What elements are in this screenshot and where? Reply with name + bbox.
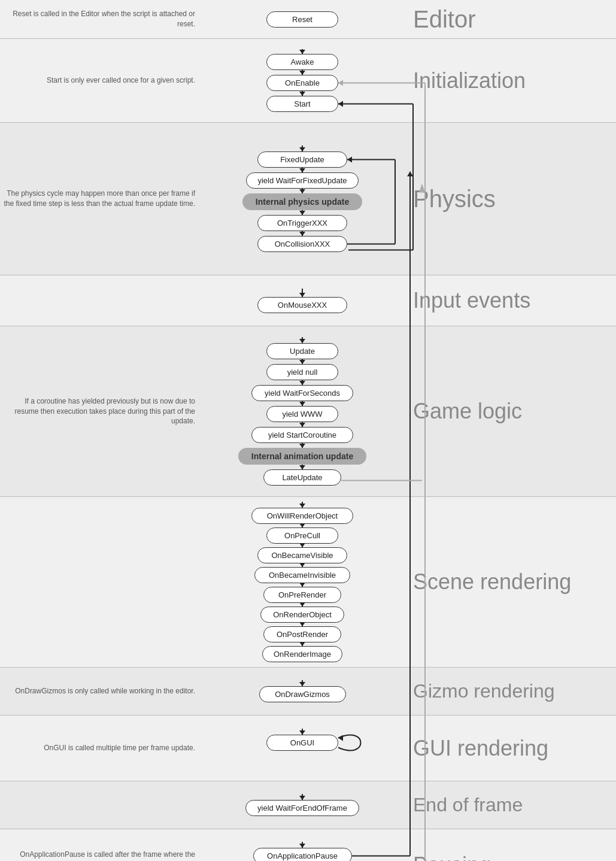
node-onbecameinvisible: OnBecameInvisible (254, 567, 350, 583)
arrow-seconds-www (302, 401, 303, 406)
note-init: Start is only ever called once for a giv… (0, 75, 204, 86)
note-gamelogic: If a coroutine has yielded previously bu… (0, 396, 204, 426)
flow-gamelogic: Update yield null yield WaitForSeconds y… (204, 332, 401, 490)
node-onmousexxx: OnMouseXXX (257, 297, 347, 313)
note-gizmo: OnDrawGizmos is only called while workin… (0, 686, 204, 696)
flow-gizmo: OnDrawGizmos (204, 674, 401, 708)
note-physics: The physics cycle may happen more than o… (0, 189, 204, 209)
arrow-gizmo-gui (302, 729, 303, 735)
arrow-onenable-start (302, 91, 303, 96)
node-reset: Reset (266, 11, 338, 28)
node-onwillrenderobject: OnWillRenderObject (251, 508, 353, 524)
arrow-collision-mouse (302, 289, 303, 297)
flow-init: Awake OnEnable Start (204, 43, 401, 118)
arrow-update-yieldnull (302, 359, 303, 364)
section-initialization: Start is only ever called once for a giv… (0, 39, 616, 123)
node-yield-null: yield null (266, 364, 338, 380)
label-gamelogic: Game logic (401, 399, 616, 424)
flow-gui: OnGUI (204, 723, 401, 774)
arrow-yield-internal (302, 189, 303, 193)
flow-pausing: OnApplicationPause (204, 836, 401, 861)
flow-input: OnMouseXXX (204, 283, 401, 319)
arrow-internal-trigger (302, 210, 303, 215)
arrow-fixed-yield (302, 168, 303, 172)
arrow-awake-onenable (302, 70, 303, 75)
node-onpostrender: OnPostRender (263, 626, 341, 642)
flow-eof: yield WaitForEndOfFrame (204, 788, 401, 822)
section-guirender: OnGUI is called multiple time per frame … (0, 716, 616, 781)
arrow-start-fixed (302, 145, 303, 151)
label-eof: End of frame (401, 794, 616, 816)
section-pausing: OnApplicationPause is called after the f… (0, 829, 616, 861)
flow-scenerender: OnWillRenderObject OnPreCull OnBecameVis… (204, 497, 401, 667)
node-lateupdate: LateUpdate (263, 469, 341, 486)
node-onrenderobject: OnRenderObject (260, 607, 344, 623)
node-internal-physics: Internal physics update (242, 193, 362, 210)
section-editor: Reset is called in the Editor when the s… (0, 0, 616, 39)
node-ontriggerxxx: OnTriggerXXX (257, 215, 347, 231)
section-input: OnMouseXXX Input events (0, 275, 616, 326)
note-pausing: OnApplicationPause is called after the f… (0, 850, 204, 861)
node-onrenderimage: OnRenderImage (262, 646, 342, 662)
node-onenable: OnEnable (266, 75, 338, 91)
arrow-eof-pause (302, 842, 303, 848)
node-yield-www: yield WWW (266, 406, 338, 422)
node-yield-waitforseconds: yield WaitForSeconds (251, 385, 353, 401)
flow-editor: Reset (204, 4, 401, 35)
label-gizmo: Gizmo rendering (401, 680, 616, 702)
node-awake: Awake (266, 54, 338, 70)
arrow-null-waitforseconds (302, 380, 303, 385)
section-scenerendering: OnWillRenderObject OnPreCull OnBecameVis… (0, 497, 616, 668)
node-onapplicationpause: OnApplicationPause (253, 848, 352, 861)
flow-physics: FixedUpdate yield WaitForFixedUpdate Int… (204, 140, 401, 258)
label-pausing: Pausing (401, 853, 616, 862)
note-gui: OnGUI is called multiple time per frame … (0, 743, 204, 753)
arrow-coroutine-animation (302, 443, 303, 448)
node-onbecamevisible: OnBecameVisible (257, 547, 347, 563)
arrow-www-startcoroutine (302, 422, 303, 427)
label-physics: Physics (401, 186, 616, 213)
arrow-reset-awake (302, 49, 303, 54)
node-fixedupdate: FixedUpdate (257, 151, 347, 168)
node-ongui: OnGUI (266, 735, 338, 751)
arrow-trigger-collision (302, 231, 303, 236)
node-start: Start (266, 96, 338, 112)
node-yield-startcoroutine: yield StartCoroutine (251, 427, 353, 443)
arrow-animation-late (302, 465, 303, 469)
label-scenerender: Scene rendering (401, 569, 616, 595)
section-physics: The physics cycle may happen more than o… (0, 123, 616, 275)
arrow-gui-eof (302, 794, 303, 800)
node-onprecull: OnPreCull (266, 527, 338, 544)
arrow-render-gizmo (302, 680, 303, 686)
label-input: Input events (401, 288, 616, 313)
node-internal-animation: Internal animation update (238, 448, 366, 465)
label-gui: GUI rendering (401, 736, 616, 761)
label-editor: Editor (401, 6, 616, 33)
label-init: Initialization (401, 68, 616, 93)
note-editor: Reset is called in the Editor when the s… (0, 9, 204, 29)
section-eof: yield WaitForEndOfFrame End of frame (0, 781, 616, 829)
node-oncollisionxxx: OnCollisionXXX (257, 236, 347, 252)
diagram-container: Reset is called in the Editor when the s… (0, 0, 616, 861)
arrow-late-willrender (302, 502, 303, 508)
arrow-mouse-update (302, 337, 303, 343)
section-gizmorender: OnDrawGizmos is only called while workin… (0, 668, 616, 716)
section-gamelogic: If a coroutine has yielded previously bu… (0, 326, 616, 497)
node-yield-waitforendofframe: yield WaitForEndOfFrame (245, 800, 359, 816)
node-update: Update (266, 343, 338, 359)
node-yield-waitforfixedupdate: yield WaitForFixedUpdate (246, 172, 358, 189)
node-ondrawgizmos: OnDrawGizmos (259, 686, 346, 702)
node-onprerender: OnPreRender (263, 587, 341, 603)
